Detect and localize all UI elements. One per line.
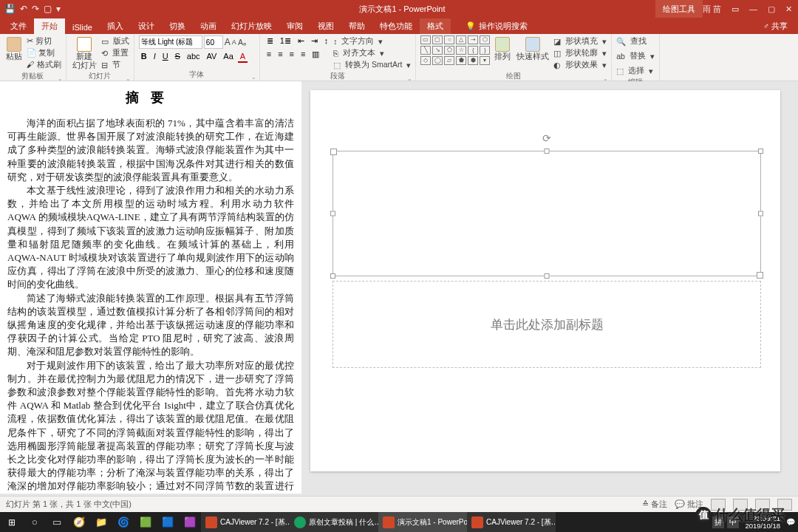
shapes-gallery[interactable]: ▭▢○△➝⬡ ╲↘⬠☆{} ◇◯▱⬟⬢▾ bbox=[420, 35, 490, 65]
start-button[interactable]: ⊞ bbox=[0, 517, 24, 528]
task-search-icon[interactable]: ○ bbox=[24, 512, 46, 532]
status-slide-info: 幻灯片 第 1 张，共 1 张 中文(中国) bbox=[6, 499, 132, 510]
reset-button[interactable]: ⟲ 重置 bbox=[101, 48, 129, 58]
tray-notifications-icon[interactable]: 💬 bbox=[786, 518, 795, 526]
doc-heading: 摘要 bbox=[7, 89, 294, 106]
cut-button[interactable]: ✂ 剪切 bbox=[27, 36, 61, 47]
increase-indent-button[interactable]: ⇥ bbox=[309, 35, 320, 47]
share-button[interactable]: ♂ 共享 bbox=[756, 18, 795, 34]
section-button[interactable]: ⊟ 节 bbox=[101, 60, 129, 70]
clear-format-button[interactable]: Aₐ bbox=[238, 38, 246, 47]
strike-button[interactable]: S bbox=[173, 51, 183, 61]
line-spacing-button[interactable]: ↕ bbox=[322, 35, 331, 46]
tell-me-input[interactable]: 操作说明搜索 bbox=[479, 21, 528, 32]
replace-button[interactable]: ab 替换 ▾ bbox=[616, 51, 655, 61]
decrease-indent-button[interactable]: ⇤ bbox=[296, 35, 307, 47]
grow-font-button[interactable]: A bbox=[225, 37, 231, 47]
tab-insert[interactable]: 插入 bbox=[100, 18, 131, 34]
doc-para-3: 简述了海蟒式波浪能转换装置的工作原理。根据具有五节浮筒结构的该装置模型，通过数值… bbox=[7, 292, 294, 359]
user-name[interactable]: 雨 苗 bbox=[703, 4, 721, 15]
select-button[interactable]: ⬚ 选择 ▾ bbox=[616, 66, 653, 76]
quick-styles-button[interactable]: 快速样式 bbox=[515, 35, 550, 63]
tell-me-icon: 💡 bbox=[466, 21, 476, 31]
taskbar-app-powerpoint[interactable]: 演示文稿1 - PowerPo… bbox=[378, 512, 467, 532]
tab-review[interactable]: 审阅 bbox=[279, 18, 310, 34]
bold-button[interactable]: B bbox=[139, 51, 149, 61]
pinned-app-5[interactable]: 🟦 bbox=[157, 512, 179, 532]
pinned-app-3[interactable]: 🌀 bbox=[112, 512, 134, 532]
numbering-button[interactable]: 1≣ bbox=[278, 35, 293, 47]
font-name-input[interactable] bbox=[139, 35, 202, 49]
qat-undo-icon[interactable]: ↶ bbox=[20, 4, 27, 14]
minimize-icon[interactable]: — bbox=[749, 4, 757, 13]
qat-save-icon[interactable]: 💾 bbox=[4, 4, 16, 14]
task-view-icon[interactable]: ▭ bbox=[46, 512, 68, 532]
watermark: 值 什么值得买 bbox=[695, 505, 785, 525]
tab-animation[interactable]: 动画 bbox=[193, 18, 224, 34]
notes-button[interactable]: ≙ 备注 bbox=[642, 499, 667, 510]
qat-slideshow-icon[interactable]: ▢ bbox=[44, 4, 52, 14]
change-case-button[interactable]: Aa bbox=[221, 51, 235, 61]
align-right-button[interactable]: ≡ bbox=[287, 49, 296, 59]
tab-feature[interactable]: 特色功能 bbox=[372, 18, 420, 34]
find-button[interactable]: 🔍 查找 bbox=[616, 36, 647, 47]
justify-button[interactable]: ≡ bbox=[299, 49, 307, 59]
taskbar-app-cajviewer-2[interactable]: CAJViewer 7.2 - [基… bbox=[467, 512, 556, 532]
rotate-handle-icon[interactable]: ⟳ bbox=[542, 132, 551, 144]
pinned-app-6[interactable]: 🟪 bbox=[179, 512, 201, 532]
tab-design[interactable]: 设计 bbox=[131, 18, 162, 34]
slide-canvas[interactable]: ⟳ 单击此处添加副标题 bbox=[310, 90, 780, 471]
align-left-button[interactable]: ≡ bbox=[265, 49, 273, 59]
align-center-button[interactable]: ≡ bbox=[276, 49, 284, 59]
columns-button[interactable]: ▥ bbox=[310, 49, 321, 60]
tab-islide[interactable]: iSlide bbox=[65, 21, 100, 34]
maximize-icon[interactable]: ▢ bbox=[768, 4, 775, 14]
subtitle-placeholder[interactable]: 单击此处添加副标题 bbox=[332, 281, 761, 368]
tab-home[interactable]: 开始 bbox=[34, 18, 65, 34]
tab-format[interactable]: 格式 bbox=[420, 18, 451, 34]
layout-button[interactable]: ▭ 版式 bbox=[101, 36, 129, 47]
ribbon-display-icon[interactable]: ▭ bbox=[732, 4, 739, 14]
paste-button[interactable]: 粘贴 bbox=[4, 35, 24, 63]
bullets-button[interactable]: ≣ bbox=[265, 35, 276, 47]
qat-redo-icon[interactable]: ↷ bbox=[32, 4, 39, 14]
tab-transition[interactable]: 切换 bbox=[162, 18, 193, 34]
title-placeholder-selected[interactable]: ⟳ bbox=[332, 151, 761, 276]
shrink-font-button[interactable]: A bbox=[232, 38, 236, 46]
group-drawing-label: 绘图 bbox=[420, 71, 607, 82]
tab-slideshow[interactable]: 幻灯片放映 bbox=[224, 18, 279, 34]
pinned-app-2[interactable]: 📁 bbox=[90, 512, 112, 532]
text-direction-button[interactable]: ↕ 文字方向 ▾ bbox=[333, 36, 411, 47]
font-size-input[interactable] bbox=[204, 35, 223, 49]
pinned-app-1[interactable]: 🧭 bbox=[68, 512, 90, 532]
overlay-document-window: 摘要 海洋的面积占据了地球表面积的 71%，其中蕴含着丰富的清洁可再生能源。世界… bbox=[0, 81, 301, 494]
copy-button[interactable]: 📄 复制 bbox=[27, 48, 61, 58]
char-spacing-button[interactable]: AV bbox=[205, 51, 219, 61]
group-font-label: 字体 bbox=[139, 69, 255, 81]
shape-fill-button[interactable]: ◪ 形状填充 ▾ bbox=[553, 36, 607, 47]
group-paragraph-label: 段落 bbox=[265, 71, 412, 82]
subtitle-placeholder-text: 单击此处添加副标题 bbox=[491, 316, 604, 333]
group-clipboard-label: 剪贴板 bbox=[4, 71, 61, 82]
shape-outline-button[interactable]: ◫ 形状轮廓 ▾ bbox=[553, 48, 607, 58]
tab-help[interactable]: 帮助 bbox=[341, 18, 372, 34]
new-slide-button[interactable]: 新建 幻灯片 bbox=[71, 35, 98, 71]
watermark-badge-icon: 值 bbox=[695, 507, 712, 523]
pinned-app-4[interactable]: 🟩 bbox=[134, 512, 157, 532]
qat-more-icon[interactable]: ▾ bbox=[56, 4, 61, 14]
close-icon[interactable]: ✕ bbox=[785, 4, 792, 14]
format-painter-button[interactable]: 🖌 格式刷 bbox=[27, 60, 61, 70]
underline-button[interactable]: U bbox=[160, 51, 171, 61]
arrange-button[interactable]: 排列 bbox=[493, 35, 512, 63]
shadow-button[interactable]: abc bbox=[185, 51, 202, 61]
tab-view[interactable]: 视图 bbox=[310, 18, 341, 34]
tab-file[interactable]: 文件 bbox=[3, 18, 34, 34]
convert-smartart-button[interactable]: ⬚ 转换为 SmartArt ▾ bbox=[333, 60, 411, 70]
italic-button[interactable]: I bbox=[151, 51, 158, 61]
taskbar-app-cajviewer-1[interactable]: CAJViewer 7.2 - [基… bbox=[201, 512, 290, 532]
font-color-button[interactable]: A bbox=[238, 51, 248, 63]
shape-effects-button[interactable]: ◐ 形状效果 ▾ bbox=[553, 60, 607, 70]
taskbar-app-browser[interactable]: 原创文章投稿 | 什么… bbox=[290, 512, 378, 532]
group-slides-label: 幻灯片 bbox=[71, 71, 129, 82]
align-text-button[interactable]: ⎘ 对齐文本 ▾ bbox=[333, 48, 411, 58]
